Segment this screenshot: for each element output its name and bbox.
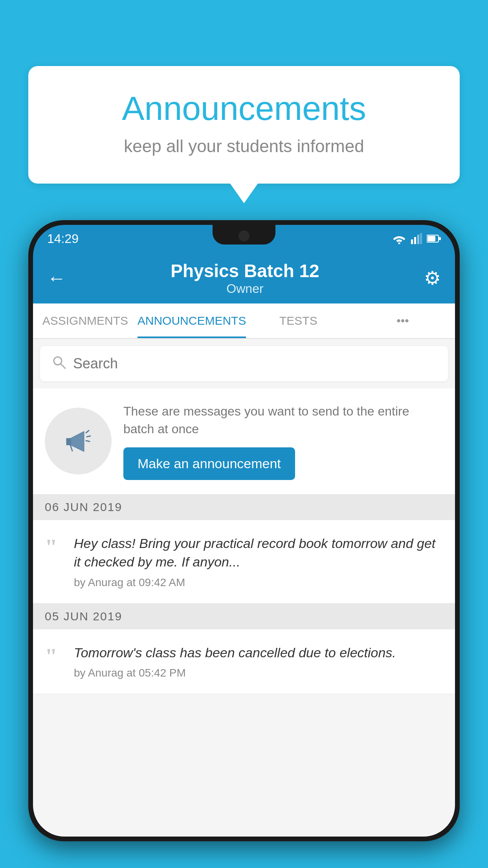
search-icon — [52, 354, 66, 373]
svg-rect-6 — [427, 236, 435, 241]
promo-icon-circle — [45, 408, 112, 474]
batch-title: Physics Batch 12 — [171, 260, 319, 281]
date-separator-1: 06 JUN 2019 — [33, 494, 455, 520]
back-button[interactable]: ← — [47, 267, 66, 289]
announcement-author-1: by Anurag at 09:42 AM — [74, 576, 443, 589]
front-camera — [238, 230, 250, 241]
tab-announcements[interactable]: ANNOUNCEMENTS — [138, 303, 246, 338]
date-separator-2: 05 JUN 2019 — [33, 603, 455, 629]
phone-wrapper: 14:29 — [28, 220, 460, 868]
svg-rect-4 — [420, 233, 422, 244]
tab-bar: ASSIGNMENTS ANNOUNCEMENTS TESTS ••• — [33, 303, 455, 339]
tab-more[interactable]: ••• — [350, 303, 455, 338]
svg-rect-3 — [417, 235, 419, 244]
svg-line-9 — [61, 364, 65, 368]
phone-screen: 14:29 — [33, 225, 455, 837]
svg-line-11 — [86, 430, 89, 433]
announcement-content-1: Hey class! Bring your practical record b… — [74, 534, 443, 589]
header-title-block: Physics Batch 12 Owner — [171, 260, 319, 296]
svg-rect-1 — [411, 239, 413, 244]
speech-bubble-container: Announcements keep all your students inf… — [28, 66, 460, 184]
tab-assignments[interactable]: ASSIGNMENTS — [33, 303, 138, 338]
announcement-text-2: Tomorrow's class has been cancelled due … — [74, 644, 443, 662]
battery-icon — [427, 234, 441, 243]
settings-icon[interactable]: ⚙ — [424, 267, 441, 289]
svg-line-12 — [87, 436, 90, 437]
announcements-title: Announcements — [60, 90, 428, 127]
promo-right: These are messages you want to send to t… — [123, 403, 443, 480]
make-announcement-button[interactable]: Make an announcement — [123, 447, 295, 480]
svg-line-13 — [86, 441, 90, 441]
announcement-item-2[interactable]: " Tomorrow's class has been cancelled du… — [33, 629, 455, 694]
signal-icon — [411, 233, 422, 244]
announcement-promo: These are messages you want to send to t… — [33, 388, 455, 494]
quote-icon-2: " — [45, 645, 64, 680]
content-area: These are messages you want to send to t… — [33, 339, 455, 837]
svg-rect-10 — [66, 438, 71, 445]
announcement-content-2: Tomorrow's class has been cancelled due … — [74, 644, 443, 680]
wifi-icon — [392, 233, 406, 244]
announcements-subtitle: keep all your students informed — [60, 136, 428, 156]
announcement-author-2: by Anurag at 05:42 PM — [74, 667, 443, 679]
status-time: 14:29 — [47, 232, 79, 246]
app-header: ← Physics Batch 12 Owner ⚙ — [33, 252, 455, 303]
tab-tests[interactable]: TESTS — [246, 303, 350, 338]
svg-rect-7 — [439, 237, 441, 240]
speech-bubble: Announcements keep all your students inf… — [28, 66, 460, 184]
phone-mockup: 14:29 — [28, 220, 460, 841]
announcement-text-1: Hey class! Bring your practical record b… — [74, 534, 443, 572]
megaphone-icon — [61, 423, 96, 459]
search-input[interactable] — [73, 355, 436, 372]
search-bar[interactable] — [40, 346, 448, 381]
svg-rect-2 — [414, 237, 416, 244]
phone-notch — [213, 225, 275, 245]
status-icons — [392, 233, 441, 244]
svg-point-0 — [398, 243, 400, 245]
announcement-item-1[interactable]: " Hey class! Bring your practical record… — [33, 520, 455, 603]
quote-icon-1: " — [45, 536, 64, 589]
promo-description: These are messages you want to send to t… — [123, 403, 443, 438]
owner-label: Owner — [171, 281, 319, 296]
